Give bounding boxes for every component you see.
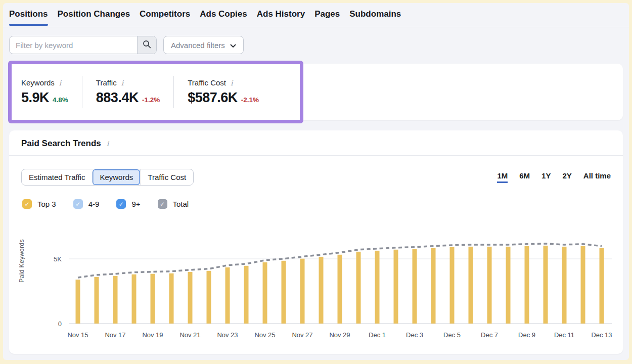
bar[interactable] bbox=[300, 259, 305, 324]
bar[interactable] bbox=[225, 267, 230, 324]
bar[interactable] bbox=[356, 252, 361, 324]
bar[interactable] bbox=[207, 271, 211, 324]
bar[interactable] bbox=[469, 247, 473, 324]
y-axis-label: Paid Keywords bbox=[18, 233, 25, 289]
svg-text:Nov 17: Nov 17 bbox=[105, 331, 125, 339]
svg-text:Nov 25: Nov 25 bbox=[254, 331, 275, 339]
divider bbox=[82, 76, 82, 108]
bar[interactable] bbox=[188, 272, 193, 324]
bar[interactable] bbox=[76, 280, 80, 324]
legend-label-4-9: 4-9 bbox=[88, 200, 100, 208]
bar[interactable] bbox=[525, 246, 529, 324]
tab-positions[interactable]: Positions bbox=[9, 9, 48, 24]
bar[interactable] bbox=[338, 255, 342, 324]
tab-ads-history[interactable]: Ads History bbox=[257, 9, 305, 24]
checkbox-9plus-icon bbox=[116, 199, 126, 209]
divider bbox=[173, 76, 174, 108]
svg-text:5K: 5K bbox=[54, 255, 62, 263]
bar[interactable] bbox=[263, 262, 267, 324]
tab-position-changes[interactable]: Position Changes bbox=[58, 9, 130, 24]
svg-text:Dec 1: Dec 1 bbox=[369, 331, 386, 339]
keyword-filter-input[interactable] bbox=[10, 36, 137, 54]
bar[interactable] bbox=[394, 250, 398, 324]
tab-pages[interactable]: Pages bbox=[314, 9, 340, 24]
range-1m[interactable]: 1M bbox=[497, 171, 508, 183]
bar[interactable] bbox=[319, 257, 324, 324]
metric-keywords: Keywords i 5.9K 4.8% bbox=[21, 78, 68, 106]
search-button[interactable] bbox=[137, 36, 156, 54]
range-all-time[interactable]: All time bbox=[583, 171, 611, 183]
bar[interactable] bbox=[487, 247, 492, 324]
legend-item-total[interactable]: Total bbox=[158, 199, 189, 209]
metric-traffic-cost-label: Traffic Cost bbox=[188, 78, 226, 87]
tab-ads-copies[interactable]: Ads Copies bbox=[200, 9, 247, 24]
chevron-down-icon bbox=[230, 41, 236, 50]
trends-header: Paid Search Trends i bbox=[9, 130, 623, 156]
legend-item-top-3[interactable]: Top 3 bbox=[22, 199, 56, 209]
metric-keywords-delta: 4.8% bbox=[53, 96, 68, 104]
bar[interactable] bbox=[581, 246, 585, 324]
info-icon[interactable]: i bbox=[58, 79, 62, 87]
advanced-filters-button[interactable]: Advanced filters bbox=[163, 36, 244, 54]
metric-traffic: Traffic i 883.4K -1.2% bbox=[96, 78, 160, 106]
svg-text:Nov 15: Nov 15 bbox=[67, 331, 88, 339]
checkbox-total-icon bbox=[158, 199, 167, 209]
checkbox-top-3-icon bbox=[22, 199, 32, 209]
filter-bar: Advanced filters bbox=[9, 36, 244, 54]
trends-controls: Estimated Traffic Keywords Traffic Cost … bbox=[21, 169, 611, 186]
legend-item-9plus[interactable]: 9+ bbox=[116, 199, 140, 209]
legend-label-top-3: Top 3 bbox=[37, 200, 56, 208]
bar[interactable] bbox=[450, 247, 455, 324]
time-range-selector: 1M 6M 1Y 2Y All time bbox=[497, 171, 611, 183]
bar[interactable] bbox=[600, 248, 604, 324]
svg-text:Nov 29: Nov 29 bbox=[329, 331, 350, 339]
tab-competitors[interactable]: Competitors bbox=[140, 9, 190, 24]
bar[interactable] bbox=[431, 248, 436, 324]
svg-text:Dec 5: Dec 5 bbox=[443, 331, 461, 339]
svg-text:0: 0 bbox=[58, 320, 62, 328]
metric-traffic-cost-delta: -2.1% bbox=[241, 96, 259, 104]
report-tab-bar: Positions Position Changes Competitors A… bbox=[3, 3, 629, 27]
bar[interactable] bbox=[544, 246, 548, 324]
range-2y[interactable]: 2Y bbox=[562, 171, 571, 183]
bar[interactable] bbox=[113, 276, 118, 324]
svg-text:Nov 21: Nov 21 bbox=[179, 331, 200, 339]
positions-report-page: Positions Position Changes Competitors A… bbox=[3, 3, 629, 360]
bar[interactable] bbox=[244, 266, 249, 324]
range-6m[interactable]: 6M bbox=[519, 171, 530, 183]
bar[interactable] bbox=[562, 247, 567, 324]
metric-traffic-value: 883.4K bbox=[96, 90, 139, 106]
svg-text:Nov 23: Nov 23 bbox=[217, 331, 238, 339]
svg-text:Dec 13: Dec 13 bbox=[591, 331, 612, 339]
metrics-summary-card: Keywords i 5.9K 4.8% Traffic i 883.4K -1… bbox=[9, 64, 623, 120]
advanced-filters-label: Advanced filters bbox=[171, 41, 225, 50]
bar[interactable] bbox=[413, 249, 417, 324]
segment-estimated-traffic[interactable]: Estimated Traffic bbox=[22, 169, 92, 185]
legend-item-4-9[interactable]: 4-9 bbox=[73, 199, 100, 209]
metric-traffic-cost: Traffic Cost i $587.6K -2.1% bbox=[188, 78, 259, 106]
segment-keywords[interactable]: Keywords bbox=[92, 169, 140, 185]
bar[interactable] bbox=[95, 277, 99, 324]
search-icon bbox=[143, 40, 151, 50]
info-icon[interactable]: i bbox=[120, 79, 124, 87]
metric-keywords-value: 5.9K bbox=[21, 90, 49, 106]
info-icon[interactable]: i bbox=[106, 140, 110, 148]
bar[interactable] bbox=[151, 274, 155, 324]
paid-search-trends-card: Paid Search Trends i Estimated Traffic K… bbox=[9, 130, 623, 354]
trends-title: Paid Search Trends bbox=[21, 139, 101, 149]
range-1y[interactable]: 1Y bbox=[541, 171, 551, 183]
metric-traffic-cost-value: $587.6K bbox=[188, 90, 238, 106]
metric-toggle-group: Estimated Traffic Keywords Traffic Cost bbox=[21, 169, 194, 186]
bar[interactable] bbox=[282, 261, 286, 324]
svg-text:Nov 27: Nov 27 bbox=[292, 331, 312, 339]
tab-subdomains[interactable]: Subdomains bbox=[349, 9, 401, 24]
trend-chart-svg: 5K0Nov 15Nov 17Nov 19Nov 21Nov 23Nov 25N… bbox=[33, 230, 615, 342]
legend-label-9plus: 9+ bbox=[131, 200, 140, 208]
bar[interactable] bbox=[132, 275, 137, 324]
bar[interactable] bbox=[169, 274, 174, 324]
info-icon[interactable]: i bbox=[230, 79, 234, 87]
bar[interactable] bbox=[375, 251, 380, 324]
segment-traffic-cost[interactable]: Traffic Cost bbox=[140, 169, 193, 185]
svg-text:Dec 7: Dec 7 bbox=[481, 331, 498, 339]
bar[interactable] bbox=[506, 247, 511, 324]
